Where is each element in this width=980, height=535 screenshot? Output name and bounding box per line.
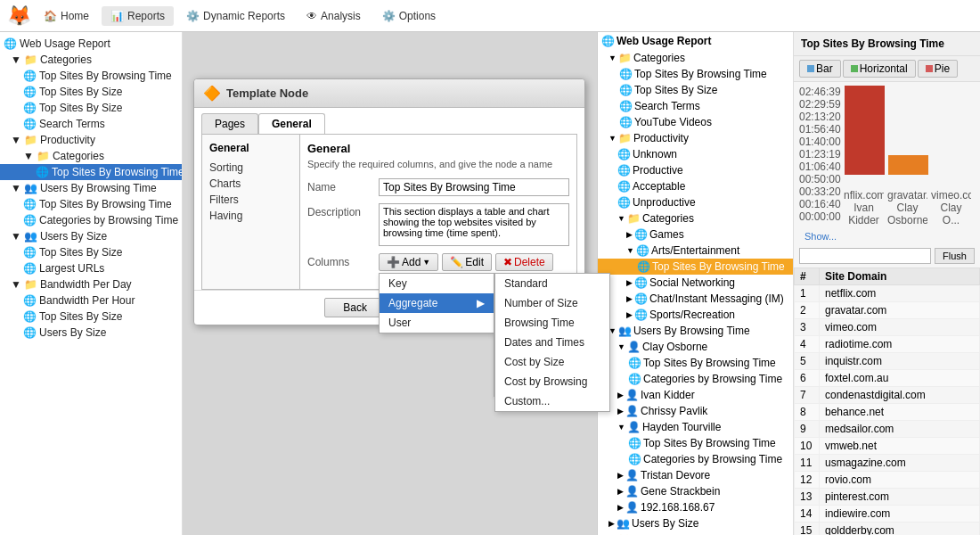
rt-gene[interactable]: ▶ 👤 Gene Strackbein	[598, 483, 793, 499]
rt-clay-top-sites[interactable]: 🌐 Top Sites By Browsing Time	[598, 355, 793, 371]
nav-reports[interactable]: 📊 Reports	[102, 6, 174, 26]
rt-chrissy[interactable]: ▶ 👤 Chrissy Pavlik	[598, 403, 793, 419]
sidebar-users-by-size[interactable]: ▼ 👥 Users By Size	[0, 228, 182, 244]
table-row[interactable]: 12rovio.com	[795, 472, 980, 489]
nav-dynamic-reports[interactable]: ⚙️ Dynamic Reports	[177, 6, 294, 26]
rt-categories[interactable]: ▼ 📁 Categories	[598, 50, 793, 66]
rt-hayden-categories[interactable]: 🌐 Categories by Browsing Time	[598, 451, 793, 467]
rt-youtube[interactable]: 🌐 YouTube Videos	[598, 114, 793, 130]
show-link-area: Show...	[794, 228, 980, 244]
sub-cost-size[interactable]: Cost by Size	[495, 352, 609, 372]
sidebar-top-sites-browsing[interactable]: 🌐 Top Sites By Browsing Time	[0, 68, 182, 84]
rt-unproductive[interactable]: 🌐 Unproductive	[598, 194, 793, 210]
sidebar-root[interactable]: 🌐 Web Usage Report	[0, 36, 182, 52]
sidebar-bandwidth-hour[interactable]: 🌐 Bandwidth Per Hour	[0, 292, 182, 309]
table-row[interactable]: 1netflix.com	[795, 285, 980, 302]
rt-clay[interactable]: ▼ 👤 Clay Osborne	[598, 339, 793, 355]
sidebar-users-by-browsing[interactable]: ▼ 👥 Users By Browsing Time	[0, 180, 182, 196]
dropdown-aggregate[interactable]: Aggregate ▶ Total Browsing Time Average …	[380, 293, 494, 313]
rt-acceptable[interactable]: 🌐 Acceptable	[598, 178, 793, 194]
nav-analysis[interactable]: 👁 Analysis	[298, 6, 370, 26]
sub-number-of-size[interactable]: Number of Size	[495, 293, 609, 313]
table-row[interactable]: 3vimeo.com	[795, 319, 980, 336]
sidebar-top-sites-size-2[interactable]: 🌐 Top Sites By Size	[0, 244, 182, 260]
rt-sports[interactable]: ▶ 🌐 Sports/Recreation	[598, 307, 793, 323]
chart-tab-pie[interactable]: Pie	[918, 60, 958, 78]
rt-hayden-top-sites[interactable]: 🌐 Top Sites By Browsing Time	[598, 435, 793, 451]
sub-cost-browsing[interactable]: Cost by Browsing	[495, 372, 609, 391]
rt-productivity[interactable]: ▼ 📁 Productivity	[598, 130, 793, 146]
sub-browsing-time[interactable]: Browsing Time	[495, 313, 609, 333]
rt-chat[interactable]: ▶ 🌐 Chat/Instant Messaging (IM)	[598, 291, 793, 307]
right-tree-root[interactable]: 🌐 Web Usage Report	[598, 32, 793, 50]
sidebar-top-sites-browsing-selected[interactable]: 🌐 Top Sites By Browsing Time	[0, 164, 182, 180]
sidebar-bandwidth-size[interactable]: 🌐 Top Sites By Size	[0, 309, 182, 325]
chart-tab-bar[interactable]: Bar	[799, 60, 841, 78]
table-row[interactable]: 10vmweb.net	[795, 438, 980, 455]
tab-general[interactable]: General	[258, 113, 325, 134]
rt-top-sites-bt[interactable]: 🌐 Top Sites By Browsing Time	[598, 66, 793, 82]
rt-social[interactable]: ▶ 🌐 Social Networking	[598, 275, 793, 291]
sidebar-youtube[interactable]: 🌐 Search Terms	[0, 116, 182, 132]
expand-rt-4: ▶	[626, 230, 633, 239]
rt-productive[interactable]: 🌐 Productive	[598, 162, 793, 178]
sidebar-users-categories[interactable]: 🌐 Categories by Browsing Time	[0, 212, 182, 228]
rt-hayden[interactable]: ▼ 👤 Hayden Tourville	[598, 419, 793, 435]
sidebar-categories-2[interactable]: ▼ 📁 Categories	[0, 148, 182, 164]
nav-home[interactable]: 🏠 Home	[35, 6, 98, 26]
table-toolbar: Flush	[794, 244, 980, 268]
sidebar-search-terms[interactable]: 🌐 Top Sites By Size	[0, 100, 182, 116]
rt-top-sites-size[interactable]: 🌐 Top Sites By Size	[598, 82, 793, 98]
rt-clay-categories[interactable]: 🌐 Categories by Browsing Time	[598, 371, 793, 387]
dropdown-user[interactable]: User	[380, 313, 494, 333]
rt-games[interactable]: ▶ 🌐 Games	[598, 226, 793, 243]
chart-tab-horizontal[interactable]: Horizontal	[843, 60, 916, 78]
nav-options[interactable]: ⚙️ Options	[373, 6, 445, 26]
table-row[interactable]: 9medsailor.com	[795, 421, 980, 438]
rt-search-terms[interactable]: 🌐 Search Terms	[598, 98, 793, 114]
sidebar-bandwidth-users[interactable]: 🌐 Users By Size	[0, 325, 182, 341]
sidebar-categories[interactable]: ▼ 📁 Categories	[0, 52, 182, 68]
rt-ip[interactable]: ▶ 👤 192.168.168.67	[598, 499, 793, 515]
rt-users-size[interactable]: ▶ 👥 Users By Size	[598, 515, 793, 531]
table-row[interactable]: 14indiewire.com	[795, 506, 980, 523]
delete-button[interactable]: ✖ Delete	[495, 253, 553, 271]
edit-button[interactable]: ✏️ Edit	[442, 253, 492, 271]
dropdown-key[interactable]: Key	[380, 274, 494, 293]
flush-button[interactable]: Flush	[935, 248, 975, 264]
sidebar-productivity[interactable]: ▼ 📁 Productivity	[0, 132, 182, 148]
bar-1[interactable]	[845, 86, 885, 175]
sidebar-bandwidth[interactable]: ▼ 📁 Bandwidth Per Day	[0, 276, 182, 292]
sub-dates-times[interactable]: Dates and Times	[495, 333, 609, 352]
description-textarea[interactable]: This section displays a table and chart …	[379, 203, 569, 246]
table-row[interactable]: 11usmagazine.com	[795, 455, 980, 472]
tab-pages[interactable]: Pages	[201, 113, 258, 134]
rt-ivan[interactable]: ▶ 👤 Ivan Kidder	[598, 387, 793, 403]
back-button[interactable]: Back	[324, 298, 386, 317]
sidebar-largest-urls[interactable]: 🌐 Largest URLs	[0, 260, 182, 276]
sidebar-top-sites-size[interactable]: 🌐 Top Sites By Size	[0, 84, 182, 100]
table-row[interactable]: 5inquistr.com	[795, 353, 980, 370]
table-row[interactable]: 8behance.net	[795, 404, 980, 421]
table-search-input[interactable]	[799, 248, 931, 264]
sub-custom[interactable]: Custom...	[495, 391, 609, 411]
table-row[interactable]: 7condenastdigital.com	[795, 387, 980, 404]
table-row[interactable]: 2gravatar.com	[795, 302, 980, 319]
table-row[interactable]: 4radiotime.com	[795, 336, 980, 353]
show-link[interactable]: Show...	[799, 227, 842, 245]
add-button[interactable]: ➕ Add ▼	[379, 253, 438, 271]
sidebar-users-top-sites[interactable]: 🌐 Top Sites By Browsing Time	[0, 196, 182, 212]
rt-arts[interactable]: ▼ 🌐 Arts/Entertainment	[598, 243, 793, 259]
name-input[interactable]	[379, 178, 569, 196]
rt-tristan[interactable]: ▶ 👤 Tristan Devore	[598, 467, 793, 483]
sub-standard[interactable]: Standard	[495, 274, 609, 293]
rt-users-browsing[interactable]: ▼ 👥 Users By Browsing Time	[598, 323, 793, 339]
table-row[interactable]: 6foxtel.com.au	[795, 370, 980, 387]
table-row[interactable]: 15goldderby.com	[795, 523, 980, 536]
bar-2[interactable]	[888, 155, 928, 175]
table-row[interactable]: 13pinterest.com	[795, 489, 980, 506]
rt-categories-sub[interactable]: ▼ 📁 Categories	[598, 210, 793, 226]
rt-unknown[interactable]: 🌐 Unknown	[598, 146, 793, 162]
rt-top-sites-selected[interactable]: 🌐 Top Sites By Browsing Time	[598, 259, 793, 275]
rt-bandwidth-day[interactable]: ▶ 📁 Bandwidth Per Day	[598, 531, 793, 535]
